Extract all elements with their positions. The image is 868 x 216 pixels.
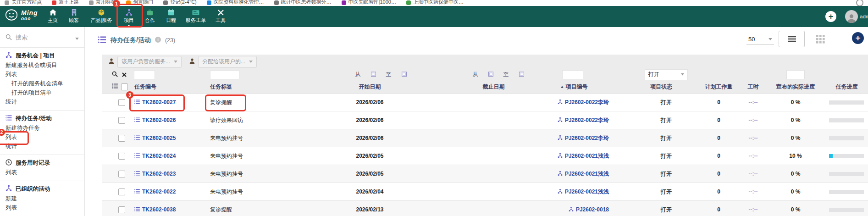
planned-workload-cell: 0 (697, 171, 741, 177)
column-header-计划工作量[interactable]: 计划工作量 (697, 83, 741, 91)
column-header-截止日期[interactable]: 截止日期 (451, 83, 536, 91)
row-checkbox[interactable] (118, 171, 125, 177)
filter-project-input[interactable] (562, 70, 583, 79)
navbar-add-button[interactable]: + (825, 11, 836, 22)
task-list-icon (134, 117, 140, 123)
grid-view-button[interactable] (816, 35, 825, 45)
page-size-select[interactable]: 50 (746, 34, 774, 45)
project-hierarchy-icon (558, 171, 563, 177)
bookmark-item[interactable]: 医院资料标准化管理… (207, 0, 264, 6)
task-progress-cell (825, 118, 868, 122)
task-id-link[interactable]: TK2602-0038 (142, 206, 176, 213)
task-id-link[interactable]: TK2602-0024 (142, 153, 176, 159)
project-link[interactable]: PJ2602-0022李玲 (565, 134, 609, 142)
column-header-项目状态[interactable]: 项目状态 (625, 83, 697, 91)
column-header-项目编号[interactable]: ▲项目编号 (529, 83, 619, 91)
sidebar-search-input[interactable]: 搜索 (6, 32, 79, 44)
list-icon[interactable] (112, 83, 118, 90)
task-id-link[interactable]: TK2602-0026 (142, 117, 176, 123)
info-icon[interactable] (155, 36, 161, 44)
declared-progress-cell: 0 % (766, 99, 825, 105)
sidebar-item[interactable]: 列表 (6, 168, 79, 177)
bookmark-item[interactable]: 创言随门 (126, 0, 153, 6)
nav-item-工具[interactable]: 工具 (210, 6, 231, 27)
nav-item-服务工单[interactable]: 服务工单 (182, 6, 210, 27)
bookmark-item[interactable]: 关注官方站点 (5, 0, 42, 6)
sidebar-item[interactable]: 列表 (6, 133, 79, 142)
bookmark-label: 中医失眠智库|1000… (348, 0, 396, 6)
select-all-checkbox[interactable] (121, 83, 128, 90)
row-checkbox[interactable] (118, 206, 125, 213)
start-date-cell: 2026/02/06 (288, 117, 451, 123)
column-header-任务标签[interactable]: 任务标签 (206, 83, 288, 91)
filter-task-id-input[interactable] (134, 70, 155, 79)
sidebar-section-title: 服务用时记录 (6, 158, 79, 168)
bookmark-item[interactable]: 中医失眠智库|1000… (342, 0, 396, 6)
filter-task-label-input[interactable] (210, 70, 239, 79)
row-checkbox[interactable] (118, 188, 125, 195)
filter-search-icon[interactable] (112, 71, 118, 79)
calendar-picker-icon[interactable] (402, 72, 407, 78)
bookmark-item[interactable]: 常用标签 (89, 0, 116, 6)
nav-item-顾客[interactable]: 顾客 (63, 6, 84, 27)
bookmark-item[interactable]: 新手上路 (52, 0, 79, 6)
owner-filter-dropdown[interactable]: 该用户负责的服务... (117, 56, 182, 68)
sidebar-item[interactable]: 列表 (6, 70, 79, 79)
column-header-开始日期[interactable]: 开始日期 (288, 83, 451, 91)
sidebar-item[interactable]: 新建待办任务 (6, 123, 79, 133)
filter-clear-icon[interactable] (122, 71, 127, 79)
column-header-任务进度[interactable]: 任务进度 (825, 83, 868, 91)
nav-item-产品|服务[interactable]: 产品|服务 (84, 6, 118, 27)
row-checkbox[interactable] (118, 153, 125, 160)
project-link[interactable]: PJ2602-0022李玲 (565, 116, 609, 124)
task-id-link[interactable]: TK2602-0023 (142, 171, 176, 177)
sidebar-item[interactable]: 统计 (6, 142, 79, 151)
bookmark-item[interactable]: 上海中医药保健中医… (406, 0, 464, 6)
row-checkbox[interactable] (118, 135, 125, 142)
project-link[interactable]: PJ2602-0022李玲 (565, 99, 609, 106)
globe-icon[interactable] (856, 0, 863, 6)
project-link[interactable]: PJ2602-0021浅浅 (565, 152, 609, 160)
progress-bar (829, 100, 864, 105)
sidebar-section-label: 已组织的活动 (16, 185, 50, 193)
bookmark-item[interactable]: 登记(2-4℃) (163, 0, 197, 6)
calendar-picker-icon[interactable] (488, 72, 493, 78)
column-header-工时[interactable]: 工时 (741, 83, 766, 91)
nav-item-主页[interactable]: 主页 (42, 6, 63, 27)
nav-item-合作[interactable]: 合作 (139, 6, 160, 27)
project-status-cell: 打开 (630, 134, 702, 142)
sidebar-item[interactable]: 打开的服务机会清单 (6, 79, 79, 88)
row-checkbox[interactable] (118, 117, 125, 124)
add-record-button[interactable]: + (852, 32, 864, 44)
app-logo[interactable]: Mingooo (5, 9, 38, 23)
project-link[interactable]: PJ2602-0021浅浅 (565, 188, 609, 196)
project-hierarchy-icon (558, 153, 563, 159)
nav-item-项目[interactable]: 项目 (118, 6, 139, 27)
project-link[interactable]: PJ2602-0018 (576, 206, 609, 213)
column-header-宣布的实际进度[interactable]: 宣布的实际进度 (766, 83, 825, 91)
assignee-filter-dropdown[interactable]: 分配给该用户的... (198, 56, 257, 68)
filter-progress-input[interactable] (786, 70, 805, 79)
list-view-button[interactable] (779, 31, 805, 47)
avatar[interactable] (845, 10, 858, 23)
nav-item-日程[interactable]: 日程 (160, 6, 182, 27)
task-id-link[interactable]: TK2602-0027 (142, 99, 176, 105)
sidebar-item[interactable]: 统计 (6, 97, 79, 106)
sidebar-item[interactable]: 打开的项目清单 (6, 88, 79, 97)
task-id-link[interactable]: TK2602-0022 (142, 188, 176, 195)
calendar-picker-icon[interactable] (371, 72, 376, 78)
row-select-cell (102, 171, 130, 177)
bookmark-item[interactable]: 统计中医患者数据分… (274, 0, 332, 6)
status-filter-select[interactable]: 打开 (645, 69, 688, 80)
sidebar-item[interactable]: 新建服务机会或项目 (6, 61, 79, 70)
calendar-picker-icon[interactable] (519, 72, 524, 78)
chevron-down-icon[interactable] (75, 34, 79, 41)
row-checkbox[interactable] (118, 99, 125, 106)
sidebar-item[interactable]: 列表 (6, 203, 79, 212)
declared-progress-cell: 0 % (766, 188, 825, 195)
task-id-link[interactable]: TK2602-0025 (142, 135, 176, 141)
bookmark-favicon (406, 0, 411, 5)
sidebar-item[interactable]: 新建 (6, 194, 79, 203)
column-header-任务编号[interactable]: 任务编号 (130, 83, 206, 91)
project-link[interactable]: PJ2602-0021浅浅 (565, 170, 609, 178)
